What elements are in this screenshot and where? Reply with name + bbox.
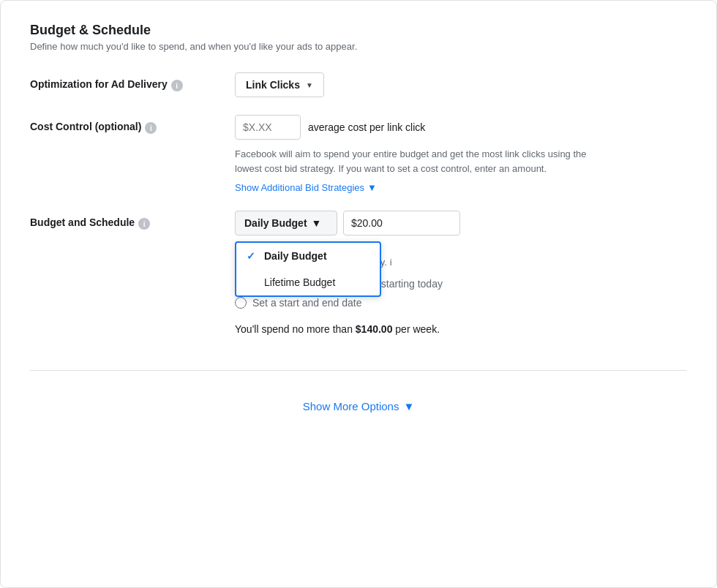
spend-amount: $140.00 [356, 323, 393, 335]
optimization-dropdown[interactable]: Link Clicks ▼ [235, 72, 324, 97]
budget-dropdown-arrow-icon: ▼ [312, 217, 322, 229]
show-more-arrow-icon: ▼ [403, 400, 414, 412]
cost-control-info-icon[interactable]: i [145, 122, 157, 134]
show-bid-strategies-link[interactable]: Show Additional Bid Strategies ▼ [235, 182, 377, 193]
budget-schedule-label: Budget and Schedule i [30, 211, 235, 230]
cost-help-text: Facebook will aim to spend your entire b… [235, 147, 615, 176]
section-subtitle: Define how much you'd like to spend, and… [30, 41, 687, 52]
budget-info-icon[interactable]: i [138, 218, 150, 230]
cost-input[interactable] [235, 115, 301, 140]
budget-input-row: Daily Budget ▼ ✓ Daily Budget ✓ Lifetime… [235, 211, 687, 235]
radio-start-end-label: Set a start and end date [252, 297, 361, 309]
lifetime-budget-option: Lifetime Budget [264, 276, 335, 288]
bid-strategies-arrow-icon: ▼ [367, 182, 377, 193]
section-divider [30, 370, 687, 371]
cost-control-row: Cost Control (optional) i average cost p… [30, 115, 687, 193]
budget-type-dropdown[interactable]: Daily Budget ▼ [235, 211, 337, 235]
main-container: Budget & Schedule Define how much you'd … [0, 0, 717, 588]
budget-type-menu: ✓ Daily Budget ✓ Lifetime Budget [235, 241, 381, 297]
optimization-content: Link Clicks ▼ [235, 72, 687, 97]
vary-info-icon[interactable]: i [390, 257, 392, 268]
optimization-arrow-icon: ▼ [306, 81, 313, 89]
cost-input-row: average cost per link click [235, 115, 687, 140]
show-more-link[interactable]: Show More Options ▼ [303, 400, 415, 412]
radio-start-end-input[interactable] [235, 297, 247, 309]
budget-schedule-content: Daily Budget ▼ ✓ Daily Budget ✓ Lifetime… [235, 211, 687, 353]
cost-suffix-text: average cost per link click [308, 121, 425, 133]
budget-amount-input[interactable] [343, 211, 460, 235]
cost-control-label: Cost Control (optional) i [30, 115, 235, 134]
optimization-info-icon[interactable]: i [171, 80, 183, 91]
radio-start-end[interactable]: Set a start and end date [235, 297, 687, 309]
daily-budget-option: Daily Budget [264, 250, 327, 262]
dropdown-item-daily[interactable]: ✓ Daily Budget [236, 243, 380, 269]
spend-text: You'll spend no more than $140.00 per we… [235, 323, 687, 335]
cost-control-content: average cost per link click Facebook wil… [235, 115, 687, 193]
optimization-label: Optimization for Ad Delivery i [30, 72, 235, 91]
optimization-row: Optimization for Ad Delivery i Link Clic… [30, 72, 687, 97]
show-more-container: Show More Options ▼ [30, 385, 687, 427]
dropdown-item-lifetime[interactable]: ✓ Lifetime Budget [236, 269, 380, 295]
section-title: Budget & Schedule [30, 23, 687, 38]
budget-schedule-row: Budget and Schedule i Daily Budget ▼ ✓ D… [30, 211, 687, 353]
daily-check-icon: ✓ [247, 250, 258, 262]
